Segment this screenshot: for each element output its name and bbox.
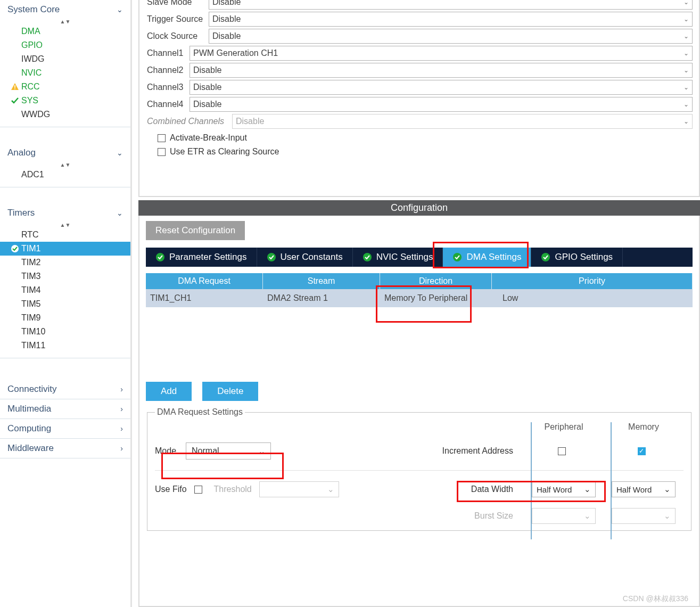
category-header-middleware[interactable]: Middleware › [0,439,130,458]
category-label: Computing [7,423,51,434]
select-slave-mode[interactable]: Disable⌄ [209,0,693,10]
checkbox-inc-peripheral[interactable] [558,447,566,455]
tab-parameter-settings[interactable]: Parameter Settings [146,248,257,267]
sidebar-item-tim2[interactable]: TIM2 [0,256,130,269]
svg-point-7 [453,253,462,261]
sidebar-item-tim5[interactable]: TIM5 [0,297,130,311]
select-dma-mode[interactable]: Normal⌄ [186,442,271,460]
check-circle-icon [155,252,165,262]
select-channel1[interactable]: PWM Generation CH1⌄ [190,46,693,61]
label-increment-address: Increment Address [417,446,524,456]
select-trigger-source[interactable]: Disable⌄ [209,12,693,27]
check-circle-icon [363,252,372,262]
checkbox-inc-memory[interactable]: ✓ [638,447,646,455]
check-icon [11,96,19,105]
dma-settings-legend: DMA Request Settings [155,407,245,417]
watermark: CSDN @林叔叔336 [623,594,688,604]
checkbox-activate-break[interactable]: Activate-Break-Input [147,131,693,145]
select-channel2[interactable]: Disable⌄ [190,63,693,78]
tab-gpio-settings[interactable]: GPIO Settings [531,248,623,267]
select-burst-peripheral: ⌄ [532,508,596,524]
chevron-down-icon: ⌄ [683,50,689,57]
category-computing: Computing › [0,419,130,439]
configuration-header: Configuration [138,200,700,216]
check-circle-icon [11,244,19,253]
col-header-peripheral: Peripheral [524,422,604,432]
chevron-right-icon: › [120,385,123,393]
category-system-core: System Core ⌄ ▲▼ DMA GPIO IWDG NVIC RCC … [0,0,130,127]
checkbox-icon [158,134,166,142]
sort-arrows-icon[interactable]: ▲▼ [0,162,130,168]
tab-dma-settings[interactable]: DMA Settings [443,248,531,267]
sidebar-item-tim10[interactable]: TIM10 [0,325,130,339]
checkbox-use-etr[interactable]: Use ETR as Clearing Source [147,145,693,159]
sidebar-item-tim1[interactable]: TIM1 [0,242,130,256]
sort-arrows-icon[interactable]: ▲▼ [0,223,130,228]
main-panel: Slave Mode Disable⌄ Trigger Source Disab… [138,0,700,607]
chevron-right-icon: › [120,424,123,433]
delete-button[interactable]: Delete [202,382,258,401]
sidebar-item-wwdg[interactable]: WWDG [0,108,130,121]
divider [531,422,532,539]
tab-nvic-settings[interactable]: NVIC Settings [353,248,443,267]
category-header-multimedia[interactable]: Multimedia › [0,399,130,419]
sidebar-item-tim9[interactable]: TIM9 [0,311,130,325]
sort-arrows-icon[interactable]: ▲▼ [0,19,130,24]
reset-configuration-button[interactable]: Reset Configuration [146,221,245,240]
chevron-down-icon: ⌄ [683,84,689,91]
label-slave-mode: Slave Mode [147,0,209,7]
add-button[interactable]: Add [146,382,192,401]
dma-actions: Add Delete [146,382,693,401]
sidebar-item-adc1[interactable]: ADC1 [0,168,130,182]
chevron-down-icon: ⌄ [683,32,689,40]
svg-point-8 [541,253,550,261]
category-header-timers[interactable]: Timers ⌄ [0,203,130,223]
sidebar-item-iwdg[interactable]: IWDG [0,52,130,66]
sidebar-item-sys[interactable]: SYS [0,94,130,108]
category-header-connectivity[interactable]: Connectivity › [0,380,130,399]
chevron-down-icon: ⌄ [683,0,689,6]
chevron-down-icon: ⌄ [117,149,123,157]
sidebar: System Core ⌄ ▲▼ DMA GPIO IWDG NVIC RCC … [0,0,132,607]
svg-point-3 [11,245,19,252]
label-threshold: Threshold [214,485,252,494]
select-data-width-memory[interactable]: Half Word⌄ [612,481,676,497]
th-dma-request[interactable]: DMA Request [146,273,263,289]
tab-user-constants[interactable]: User Constants [257,248,353,267]
category-label: Middleware [7,443,54,454]
table-row[interactable]: TIM1_CH1 DMA2 Stream 1 Memory To Periphe… [146,289,693,307]
sidebar-item-dma[interactable]: DMA [0,24,130,38]
th-priority[interactable]: Priority [492,273,693,289]
sidebar-item-rtc[interactable]: RTC [0,228,130,242]
select-clock-source[interactable]: Disable⌄ [209,29,693,44]
label-channel2: Channel2 [147,65,190,75]
sidebar-item-tim3[interactable]: TIM3 [0,269,130,283]
svg-point-4 [156,253,164,261]
category-header-computing[interactable]: Computing › [0,419,130,438]
chevron-down-icon: ⌄ [683,67,689,74]
sidebar-item-tim11[interactable]: TIM11 [0,339,130,352]
label-channel1: Channel1 [147,48,190,58]
category-header-analog[interactable]: Analog ⌄ [0,143,130,162]
divider [611,422,612,539]
sidebar-item-nvic[interactable]: NVIC [0,66,130,80]
th-stream[interactable]: Stream [263,273,380,289]
sidebar-item-gpio[interactable]: GPIO [0,38,130,52]
category-middleware: Middleware › [0,439,130,458]
th-direction[interactable]: Direction [380,273,492,289]
chevron-down-icon: ⌄ [584,485,591,494]
label-channel3: Channel3 [147,83,190,92]
label-mode: Mode [155,446,176,456]
label-use-fifo: Use Fifo [155,485,187,494]
select-channel3[interactable]: Disable⌄ [190,80,693,95]
sidebar-item-rcc[interactable]: RCC [0,80,130,94]
label-trigger-source: Trigger Source [147,14,209,24]
configuration-body: Reset Configuration Parameter Settings U… [138,216,700,607]
category-timers: Timers ⌄ ▲▼ RTC TIM1 TIM2 TIM3 TIM4 TIM5… [0,203,130,358]
sidebar-item-tim4[interactable]: TIM4 [0,283,130,297]
checkbox-use-fifo[interactable] [194,486,202,494]
chevron-down-icon: ⌄ [683,101,689,108]
select-data-width-peripheral[interactable]: Half Word⌄ [532,481,596,497]
category-header-system-core[interactable]: System Core ⌄ [0,0,130,19]
select-channel4[interactable]: Disable⌄ [190,97,693,112]
